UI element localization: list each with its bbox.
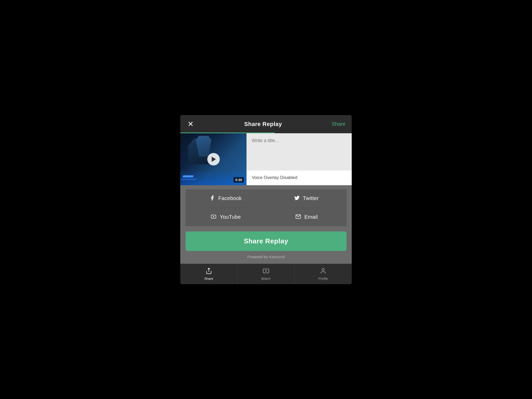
- svg-marker-5: [265, 270, 267, 272]
- video-thumbnail[interactable]: 0:30: [180, 133, 247, 185]
- share-nav-icon: [205, 268, 212, 275]
- social-buttons-grid: Facebook Twitter YouTube: [185, 189, 347, 226]
- title-area: Voice Overlay Disabled: [247, 133, 352, 185]
- share-replay-button[interactable]: Share Replay: [185, 231, 347, 251]
- nav-watch[interactable]: Watch: [237, 264, 295, 284]
- twitter-icon: [294, 195, 300, 202]
- email-icon: [295, 214, 301, 221]
- header-share-button[interactable]: Share: [332, 121, 345, 127]
- play-triangle-icon: [212, 157, 216, 162]
- youtube-label: YouTube: [220, 214, 241, 220]
- nav-profile[interactable]: Profile: [295, 264, 352, 284]
- youtube-icon: [210, 214, 217, 221]
- modal-header: ✕ Share Replay Share: [180, 115, 352, 133]
- nav-share-label: Share: [204, 277, 213, 281]
- video-duration: 0:30: [234, 177, 244, 183]
- content-area: 0:30 Voice Overlay Disabled: [180, 133, 352, 185]
- share-replay-modal: ✕ Share Replay Share 0:30 Voice Overlay …: [180, 115, 352, 284]
- watch-nav-icon: [263, 268, 269, 275]
- facebook-label: Facebook: [218, 195, 242, 201]
- facebook-button[interactable]: Facebook: [185, 189, 266, 208]
- nav-share[interactable]: Share: [180, 264, 237, 284]
- bottom-nav: Share Watch Profile: [180, 264, 352, 284]
- twitter-button[interactable]: Twitter: [266, 189, 347, 208]
- svg-marker-1: [213, 216, 215, 217]
- twitter-label: Twitter: [303, 195, 319, 201]
- email-label: Email: [304, 214, 318, 220]
- youtube-button[interactable]: YouTube: [185, 208, 266, 226]
- powered-by: Powered by Kamcord: [180, 251, 352, 264]
- nav-profile-label: Profile: [318, 277, 328, 281]
- title-input[interactable]: [247, 133, 352, 170]
- email-button[interactable]: Email: [266, 208, 347, 226]
- nav-watch-label: Watch: [261, 277, 270, 281]
- voice-overlay-label: Voice Overlay Disabled: [247, 170, 352, 185]
- facebook-icon: [209, 195, 215, 202]
- play-button[interactable]: [207, 153, 220, 165]
- close-button[interactable]: ✕: [187, 119, 195, 129]
- profile-nav-icon: [320, 268, 327, 275]
- modal-title: Share Replay: [244, 121, 282, 128]
- svg-point-6: [322, 268, 324, 271]
